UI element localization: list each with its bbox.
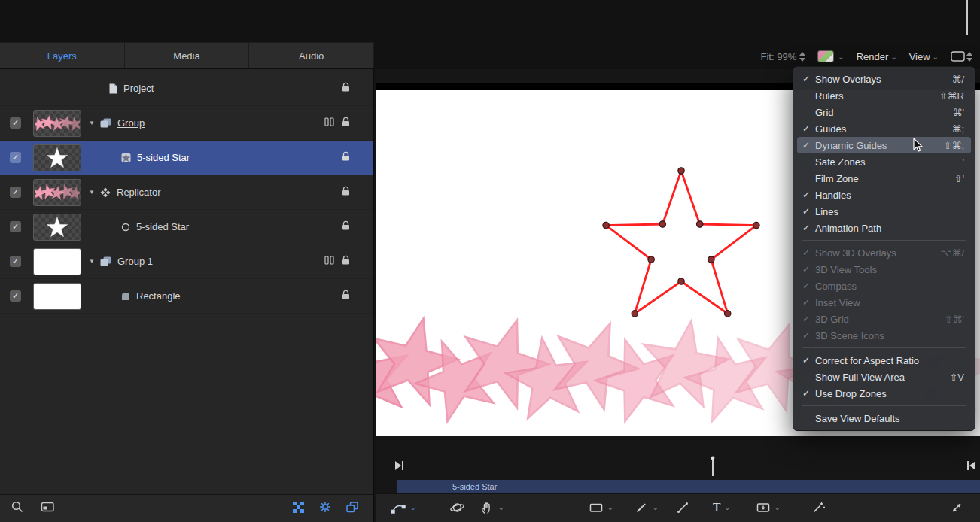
adjust-tool-button[interactable] [811,500,826,515]
visibility-checkbox[interactable]: ✓ [10,187,21,198]
check-glyph: ✓ [12,257,19,266]
layer-thumbnail[interactable] [33,179,81,206]
menu-item-safe-zones[interactable]: Safe Zones' [797,153,971,170]
check-glyph: ✓ [12,223,19,231]
timing-pane-button[interactable] [41,500,55,517]
disclosure-triangle[interactable]: ▼ [89,189,98,196]
hand-tool-button[interactable]: ⌄ [479,500,504,515]
timeline-clip-bar[interactable]: 5-sided Star [397,480,980,493]
layer-thumbnail[interactable] [33,144,81,171]
layer-row-replicator-cell[interactable]: ✓ 5-sided Star [0,210,373,244]
menu-item-rulers[interactable]: Rulers⇧⌘R [797,87,971,104]
isolate-icon[interactable] [324,255,334,268]
drop-zone-tool-button[interactable]: ⌄ [756,500,781,515]
menu-item-use-drop-zones[interactable]: ✓Use Drop Zones [797,385,971,402]
color-well-icon [817,50,834,62]
lock-icon[interactable] [342,290,350,302]
fit-zoom-control[interactable]: Fit: 99% [761,51,806,62]
lock-icon[interactable] [342,255,350,268]
chevron-down-icon: ⌄ [838,53,844,61]
menu-item-save-view-defaults[interactable]: Save View Defaults [797,410,971,426]
visibility-checkbox[interactable]: ✓ [10,152,21,163]
resize-arrow-icon [949,500,964,515]
orbit-tool-button[interactable] [449,500,465,515]
layer-row-project[interactable]: Project [0,71,373,106]
checkmark-icon: ✓ [802,281,815,291]
display-icon [951,51,965,62]
lock-icon[interactable] [342,82,350,95]
menu-item-handles[interactable]: ✓Handles [797,187,971,203]
tab-audio[interactable]: Audio [249,43,374,68]
menu-shortcut: ' [963,156,964,168]
search-button[interactable] [11,500,24,517]
transparency-checker-button[interactable] [292,501,305,517]
play-range-out-marker[interactable] [966,460,975,474]
isolate-icon[interactable] [324,117,334,129]
menu-item-lines[interactable]: ✓Lines [797,203,971,220]
menu-item-guides[interactable]: ✓Guides⌘; [797,120,971,137]
layer-row-group1[interactable]: ✓ ▼ Group 1 [0,244,373,279]
checkmark-icon: ✓ [802,74,815,84]
play-range-in-marker[interactable] [395,460,404,474]
layer-label: 5-sided Star [137,152,190,163]
clone-layers-button[interactable] [345,501,359,517]
shape-layer-icon [120,152,132,163]
layer-thumbnail[interactable] [33,214,81,241]
layer-thumbnail[interactable] [33,283,81,310]
menu-item-show-full-view-area[interactable]: Show Full View Area⇧V [797,369,971,385]
checkmark-icon: ✓ [802,247,815,258]
menu-item-grid[interactable]: Grid⌘' [797,104,971,120]
hand-tool-icon [479,500,495,515]
layer-thumbnail[interactable] [33,110,81,137]
lock-icon[interactable] [342,186,350,199]
layer-row-group[interactable]: ✓ ▼ Group [0,106,373,141]
orbit-tool-icon [449,500,465,515]
paint-stroke-tool-button[interactable]: ⌄ [634,500,659,515]
line-tool-button[interactable] [675,500,690,515]
tab-media[interactable]: Media [125,43,250,68]
lock-icon[interactable] [342,220,350,233]
lock-icon[interactable] [342,117,350,129]
replicator-cell-icon [120,222,131,232]
playhead[interactable] [709,456,717,480]
visibility-checkbox[interactable]: ✓ [10,117,21,129]
tab-layers[interactable]: Layers [0,43,125,68]
layer-row-replicator[interactable]: ✓ ▼ Replicator [0,175,373,210]
lock-icon[interactable] [342,151,350,164]
panel-tab-bar: Layers Media Audio [0,42,374,69]
color-channels-button[interactable]: ⌄ [817,50,844,62]
render-label: Render [857,51,889,62]
check-glyph: ✓ [12,119,19,127]
disclosure-triangle[interactable]: ▼ [89,120,98,126]
layer-thumbnail[interactable] [33,248,81,275]
layer-row-rectangle[interactable]: ✓ Rectangle [0,279,373,314]
display-options-button[interactable] [951,51,972,62]
check-glyph: ✓ [12,292,19,300]
menu-item-animation-path[interactable]: ✓Animation Path [797,220,971,236]
text-tool-button[interactable]: T ⌄ [713,500,730,515]
gear-button[interactable] [318,500,332,517]
menu-item-show-overlays[interactable]: ✓Show Overlays⌘/ [797,71,971,87]
rectangle-tool-button[interactable]: ⌄ [589,500,613,515]
visibility-checkbox[interactable]: ✓ [10,221,21,232]
menu-item-film-zone[interactable]: Film Zone⇧' [797,170,971,187]
checkmark-icon: ✓ [802,297,815,308]
disclosure-triangle[interactable]: ▼ [89,258,98,265]
menu-separator [802,405,966,406]
selected-star-outline[interactable] [606,171,756,314]
canvas-toolbar: Fit: 99% ⌄ Render ⌄ View ⌄ [761,44,972,69]
visibility-checkbox[interactable]: ✓ [10,290,21,302]
layer-row-5-sided-star[interactable]: ✓ 5-sided Star [0,141,373,175]
visibility-checkbox[interactable]: ✓ [10,256,21,267]
view-menu-button[interactable]: View ⌄ [909,51,939,62]
star-control-points[interactable] [603,168,759,317]
render-menu-button[interactable]: Render ⌄ [857,51,897,62]
resize-handle[interactable] [949,500,964,515]
checkmark-icon: ✓ [802,123,815,134]
chevron-down-icon: ⌄ [653,504,659,511]
menu-separator [802,347,966,348]
menu-item-correct-for-aspect-ratio[interactable]: ✓Correct for Aspect Ratio [797,352,971,369]
stepper-icon [799,52,805,62]
bezier-tool-button[interactable]: ⌄ [391,500,416,515]
menu-item-dynamic-guides[interactable]: ✓Dynamic Guides⇧⌘; [797,137,971,153]
